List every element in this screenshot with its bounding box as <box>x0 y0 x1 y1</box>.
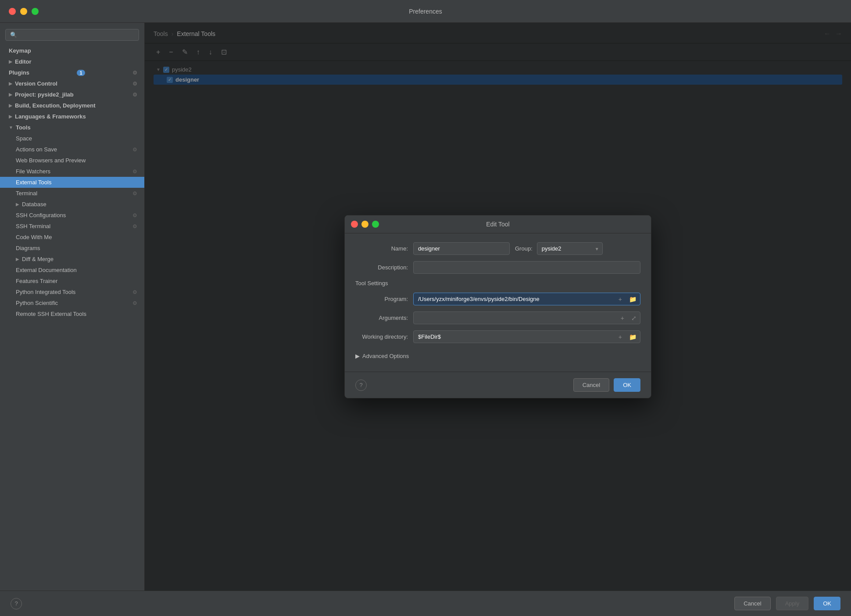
minimize-button[interactable] <box>20 8 27 15</box>
sidebar-item-label: Space <box>16 135 32 142</box>
cancel-button-main[interactable]: Cancel <box>734 597 770 610</box>
working-dir-input[interactable] <box>414 331 615 343</box>
gear-icon: ⚙ <box>132 81 137 87</box>
program-row: Program: + 📁 <box>355 293 640 305</box>
dialog-cancel-button[interactable]: Cancel <box>573 378 609 392</box>
sidebar-item-label: Diagrams <box>16 245 40 251</box>
arguments-input-wrapper: + ⤢ <box>413 312 640 324</box>
sidebar-item-terminal[interactable]: Terminal ⚙ <box>0 188 144 199</box>
sidebar-item-ssh-terminal[interactable]: SSH Terminal ⚙ <box>0 221 144 232</box>
apply-button-main[interactable]: Apply <box>776 597 809 610</box>
sidebar-item-label: File Watchers <box>16 168 50 175</box>
maximize-button[interactable] <box>32 8 39 15</box>
sidebar-item-editor[interactable]: ▶ Editor <box>0 56 144 67</box>
program-add-button[interactable]: + <box>615 294 626 304</box>
sidebar-item-ext-doc[interactable]: External Documentation <box>0 265 144 276</box>
dialog-titlebar: Edit Tool <box>345 215 651 233</box>
program-label: Program: <box>355 296 408 302</box>
advanced-options-section[interactable]: ▶ Advanced Options <box>355 349 640 363</box>
sidebar-item-label: Plugins <box>9 69 29 76</box>
search-input[interactable] <box>20 32 134 38</box>
program-input[interactable] <box>414 293 615 305</box>
description-input[interactable] <box>413 261 640 274</box>
sidebar-item-label: Web Browsers and Preview <box>16 157 86 164</box>
group-label: Group: <box>515 245 533 252</box>
search-icon: 🔍 <box>10 32 17 38</box>
modal-overlay: Edit Tool Name: Group: pyside2 <box>145 23 851 591</box>
name-input[interactable] <box>413 242 510 255</box>
plugins-badge: 1 <box>77 70 85 76</box>
help-button[interactable]: ? <box>355 380 367 391</box>
sidebar-item-diff-merge[interactable]: ▶ Diff & Merge <box>0 254 144 265</box>
window-title: Preferences <box>409 8 442 15</box>
sidebar-item-label: Version Control <box>15 80 57 87</box>
sidebar-item-space[interactable]: Space <box>0 133 144 144</box>
dialog-body: Name: Group: pyside2 <box>345 233 651 372</box>
arguments-add-button[interactable]: + <box>617 313 628 323</box>
dialog-traffic-lights[interactable] <box>351 221 379 228</box>
name-label: Name: <box>355 245 408 252</box>
sidebar-item-label: Features Trainer <box>16 278 57 284</box>
sidebar-item-label: Languages & Frameworks <box>15 113 86 120</box>
content-area: Tools › External Tools ← → + − ✎ ↑ ↓ ⊡ ▼… <box>145 23 851 591</box>
dialog-close-button[interactable] <box>351 221 358 228</box>
edit-tool-dialog: Edit Tool Name: Group: pyside2 <box>344 215 651 398</box>
name-group-row: Name: Group: pyside2 <box>355 242 640 255</box>
sidebar-item-languages[interactable]: ▶ Languages & Frameworks <box>0 111 144 122</box>
window-controls[interactable] <box>9 8 39 15</box>
sidebar-item-label: External Tools <box>16 179 51 186</box>
dialog-ok-button[interactable]: OK <box>614 378 640 392</box>
sidebar-item-tools[interactable]: ▼ Tools <box>0 122 144 133</box>
expand-icon: ▶ <box>9 81 12 86</box>
close-button[interactable] <box>9 8 16 15</box>
sidebar-item-features-trainer[interactable]: Features Trainer <box>0 276 144 287</box>
sidebar-item-external-tools[interactable]: External Tools <box>0 177 144 188</box>
sidebar-item-project[interactable]: ▶ Project: pyside2_jilab ⚙ <box>0 89 144 100</box>
working-dir-add-button[interactable]: + <box>615 332 626 342</box>
working-dir-label: Working directory: <box>355 333 408 340</box>
expand-icon: ▶ <box>9 103 12 108</box>
gear-icon: ⚙ <box>132 70 137 76</box>
program-folder-button[interactable]: 📁 <box>626 294 640 304</box>
expand-icon: ▼ <box>9 125 13 130</box>
ok-button-main[interactable]: OK <box>814 597 840 610</box>
sidebar-item-code-with-me[interactable]: Code With Me <box>0 232 144 243</box>
search-bar[interactable]: 🔍 <box>5 29 139 41</box>
bottom-bar: ? Cancel Apply OK <box>0 591 851 616</box>
gear-icon: ⚙ <box>132 212 137 218</box>
sidebar-item-remote-ssh[interactable]: Remote SSH External Tools <box>0 308 144 319</box>
working-dir-input-wrapper: + 📁 <box>413 330 640 343</box>
sidebar-item-python-integrated[interactable]: Python Integrated Tools ⚙ <box>0 287 144 297</box>
description-row: Description: <box>355 261 640 274</box>
sidebar-item-keymap[interactable]: Keymap <box>0 45 144 56</box>
sidebar-item-actions-on-save[interactable]: Actions on Save ⚙ <box>0 144 144 155</box>
sidebar-item-version-control[interactable]: ▶ Version Control ⚙ <box>0 78 144 89</box>
sidebar-item-label: Project: pyside2_jilab <box>15 91 74 98</box>
sidebar-item-label: Diff & Merge <box>22 256 54 262</box>
sidebar-item-build[interactable]: ▶ Build, Execution, Deployment <box>0 100 144 111</box>
sidebar-item-file-watchers[interactable]: File Watchers ⚙ <box>0 166 144 177</box>
advanced-options-label: Advanced Options <box>362 353 409 359</box>
dialog-maximize-button[interactable] <box>372 221 379 228</box>
help-button-main[interactable]: ? <box>11 598 22 609</box>
expand-icon: ▶ <box>16 257 19 261</box>
gear-icon: ⚙ <box>132 168 137 175</box>
sidebar-item-python-scientific[interactable]: Python Scientific ⚙ <box>0 297 144 308</box>
titlebar: Preferences <box>0 0 851 23</box>
group-select[interactable]: pyside2 <box>537 242 603 255</box>
working-dir-row: Working directory: + 📁 <box>355 330 640 343</box>
dialog-minimize-button[interactable] <box>361 221 368 228</box>
sidebar: 🔍 Keymap ▶ Editor Plugins 1 ⚙ ▶ Version … <box>0 23 145 591</box>
arguments-expand-button[interactable]: ⤢ <box>628 313 640 323</box>
sidebar-item-web-browsers[interactable]: Web Browsers and Preview <box>0 155 144 166</box>
expand-icon: ▶ <box>9 59 12 64</box>
sidebar-item-plugins[interactable]: Plugins 1 ⚙ <box>0 67 144 78</box>
sidebar-item-label: External Documentation <box>16 267 77 273</box>
arguments-input[interactable] <box>414 312 617 324</box>
sidebar-item-label: Terminal <box>16 190 37 197</box>
sidebar-item-ssh-config[interactable]: SSH Configurations ⚙ <box>0 210 144 221</box>
sidebar-item-diagrams[interactable]: Diagrams <box>0 243 144 254</box>
sidebar-item-label: Actions on Save <box>16 146 57 153</box>
sidebar-item-database[interactable]: ▶ Database <box>0 199 144 210</box>
working-dir-folder-button[interactable]: 📁 <box>626 332 640 342</box>
